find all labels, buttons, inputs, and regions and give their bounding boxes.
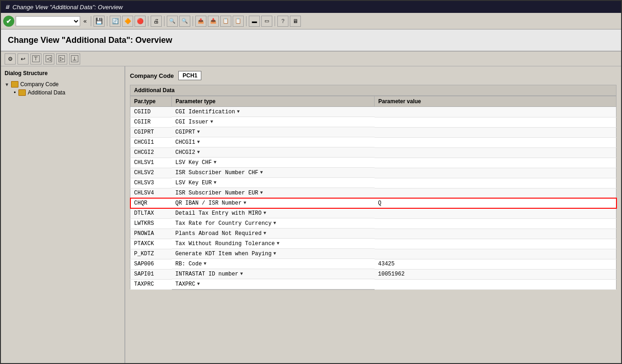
download-button[interactable]: 📥 bbox=[208, 16, 219, 27]
cell-parameter-value[interactable] bbox=[375, 239, 616, 249]
cell-parameter-value[interactable] bbox=[375, 117, 616, 127]
table-row[interactable]: CHCGI2CHCGI2▼ bbox=[130, 147, 616, 158]
table-row[interactable]: SAP006RB: Code▼43425 bbox=[130, 259, 616, 269]
dropdown-arrow[interactable]: ▼ bbox=[260, 170, 263, 175]
cell-parameter-value[interactable] bbox=[375, 107, 616, 117]
dropdown-arrow[interactable]: ▼ bbox=[197, 140, 200, 145]
table-row[interactable]: CGIIDCGI Identification▼ bbox=[130, 107, 616, 117]
table-row[interactable]: CHLSV1LSV Key CHF▼ bbox=[130, 158, 616, 168]
page-title: Change View "Additional Data": Overview bbox=[8, 35, 172, 45]
cell-parameter-type: ISR Subscriber Number EUR▼ bbox=[172, 188, 375, 198]
dropdown-arrow[interactable]: ▼ bbox=[197, 129, 200, 135]
cell-parameter-type: Generate KDT Item when Paying▼ bbox=[172, 249, 375, 259]
parameter-type-text: LSV Key CHF bbox=[176, 159, 212, 166]
table-row[interactable]: CGIIRCGI Issuer▼ bbox=[130, 117, 616, 127]
left-panel: Dialog Structure ▼ Company Code • Additi… bbox=[1, 66, 125, 364]
cell-parameter-value[interactable]: 43425 bbox=[375, 259, 616, 269]
find-button[interactable]: 🔍 bbox=[167, 16, 178, 27]
dropdown-arrow[interactable]: ▼ bbox=[244, 200, 246, 205]
cell-parameter-type: Plants Abroad Not Required▼ bbox=[172, 229, 375, 239]
cell-parameter-value[interactable] bbox=[375, 249, 616, 259]
cell-parameter-value[interactable] bbox=[375, 147, 616, 158]
cell-parameter-value[interactable] bbox=[375, 208, 616, 218]
table-row[interactable]: SAPI01INTRASTAT ID number▼10051962 bbox=[130, 269, 616, 279]
cell-par-type: CHLSV1 bbox=[130, 158, 172, 168]
layout1-button[interactable]: ▬ bbox=[249, 16, 260, 27]
cell-parameter-value[interactable] bbox=[375, 188, 616, 198]
cell-par-type: P_KDTZ bbox=[130, 249, 172, 259]
dropdown-arrow[interactable]: ▼ bbox=[211, 119, 213, 124]
upload-button[interactable]: 📤 bbox=[195, 16, 206, 27]
dropdown-arrow[interactable]: ▼ bbox=[277, 241, 280, 246]
cell-parameter-value[interactable]: Q bbox=[375, 198, 616, 208]
dropdown-arrow[interactable]: ▼ bbox=[214, 160, 217, 165]
dropdown-arrow[interactable]: ▼ bbox=[273, 221, 276, 226]
dropdown-arrow[interactable]: ▼ bbox=[240, 271, 243, 276]
cell-parameter-value[interactable] bbox=[375, 127, 616, 137]
title-bar: 🖥 Change View "Additional Data": Overvie… bbox=[1, 1, 621, 13]
tree-item-company-code[interactable]: ▼ Company Code bbox=[5, 80, 121, 88]
dropdown-arrow[interactable]: ▼ bbox=[214, 180, 217, 185]
dropdown-arrow[interactable]: ▼ bbox=[264, 231, 266, 236]
export-button[interactable]: 📋 bbox=[220, 16, 231, 27]
undo-button[interactable]: ↩ bbox=[18, 53, 29, 65]
nav-next-button[interactable]: ▷ bbox=[56, 53, 67, 65]
table-row[interactable]: CHQRQR IBAN / ISR Number▼Q bbox=[130, 198, 616, 208]
table-body: CGIIDCGI Identification▼CGIIRCGI Issuer▼… bbox=[130, 107, 616, 290]
cell-parameter-value[interactable] bbox=[375, 178, 616, 188]
config-button[interactable]: ⚙ bbox=[5, 53, 16, 65]
additional-data-section: Additional Data Par.type Parameter type … bbox=[130, 85, 616, 290]
table-row[interactable]: LWTKRSTax Rate for Country Currency▼ bbox=[130, 218, 616, 229]
company-code-value: PCH1 bbox=[178, 71, 201, 80]
cell-parameter-value[interactable] bbox=[375, 137, 616, 147]
dropdown-arrow[interactable]: ▼ bbox=[197, 150, 200, 155]
table-row[interactable]: CGIPRTCGIPRT▼ bbox=[130, 127, 616, 137]
cell-parameter-value[interactable] bbox=[375, 158, 616, 168]
dropdown-arrow[interactable]: ▼ bbox=[264, 211, 266, 216]
table-row[interactable]: DTLTAXDetail Tax Entry with MIRO▼ bbox=[130, 208, 616, 218]
table-row[interactable]: CHLSV4ISR Subscriber Number EUR▼ bbox=[130, 188, 616, 198]
dropdown-arrow[interactable]: ▼ bbox=[260, 190, 263, 195]
dropdown-arrow[interactable]: ▼ bbox=[237, 109, 240, 114]
table-row[interactable]: TAXPRCTAXPRC▼ bbox=[130, 279, 616, 290]
cell-parameter-value[interactable]: 10051962 bbox=[375, 269, 616, 279]
stop-button[interactable]: 🔴 bbox=[135, 16, 146, 27]
save-button[interactable]: 💾 bbox=[94, 16, 105, 27]
nav-bottom-button[interactable]: ⊥ bbox=[69, 53, 80, 65]
refresh-button[interactable]: 🔄 bbox=[110, 16, 121, 27]
cell-par-type: CGIIR bbox=[130, 117, 172, 127]
cell-par-type: SAP006 bbox=[130, 259, 172, 269]
cell-parameter-value[interactable] bbox=[375, 279, 616, 290]
dropdown-arrow[interactable]: ▼ bbox=[273, 251, 276, 256]
title-text: Change View "Additional Data": Overview bbox=[12, 4, 123, 11]
company-code-label: Company Code bbox=[130, 72, 174, 79]
cell-parameter-type: CGIPRT▼ bbox=[172, 127, 375, 137]
table-row[interactable]: PTAXCKTax Without Rounding Tolerance▼ bbox=[130, 239, 616, 249]
nav-prev-button[interactable]: ◁ bbox=[43, 53, 54, 65]
cell-parameter-value[interactable] bbox=[375, 168, 616, 178]
ok-button[interactable]: ✔ bbox=[3, 16, 14, 27]
table-row[interactable]: CHLSV2ISR Subscriber Number CHF▼ bbox=[130, 168, 616, 178]
find-next-button[interactable]: 🔍 bbox=[179, 16, 190, 27]
monitor-button[interactable]: 🖥 bbox=[290, 16, 301, 27]
help-button[interactable]: ? bbox=[277, 16, 288, 27]
table-row[interactable]: PNOWIAPlants Abroad Not Required▼ bbox=[130, 229, 616, 239]
cell-par-type: CGIPRT bbox=[130, 127, 172, 137]
parameter-type-text: CHCGI2 bbox=[176, 149, 195, 156]
execute-button[interactable]: 🔶 bbox=[122, 16, 133, 27]
dropdown-arrow[interactable]: ▼ bbox=[197, 282, 200, 287]
import-button[interactable]: 📋 bbox=[233, 16, 244, 27]
cell-parameter-value[interactable] bbox=[375, 218, 616, 229]
cell-parameter-type: RB: Code▼ bbox=[172, 259, 375, 269]
back-nav-icon[interactable]: « bbox=[82, 17, 88, 25]
table-row[interactable]: P_KDTZGenerate KDT Item when Paying▼ bbox=[130, 249, 616, 259]
nav-top-button[interactable]: ⊤ bbox=[30, 53, 41, 65]
dropdown-arrow[interactable]: ▼ bbox=[204, 261, 206, 266]
tree-item-additional-data[interactable]: • Additional Data bbox=[14, 88, 121, 97]
table-row[interactable]: CHLSV3LSV Key EUR▼ bbox=[130, 178, 616, 188]
table-row[interactable]: CHCGI1CHCGI1▼ bbox=[130, 137, 616, 147]
cell-parameter-value[interactable] bbox=[375, 229, 616, 239]
print-button[interactable]: 🖨 bbox=[151, 16, 162, 27]
layout2-button[interactable]: ▭ bbox=[261, 16, 272, 27]
nav-dropdown[interactable] bbox=[16, 16, 80, 26]
